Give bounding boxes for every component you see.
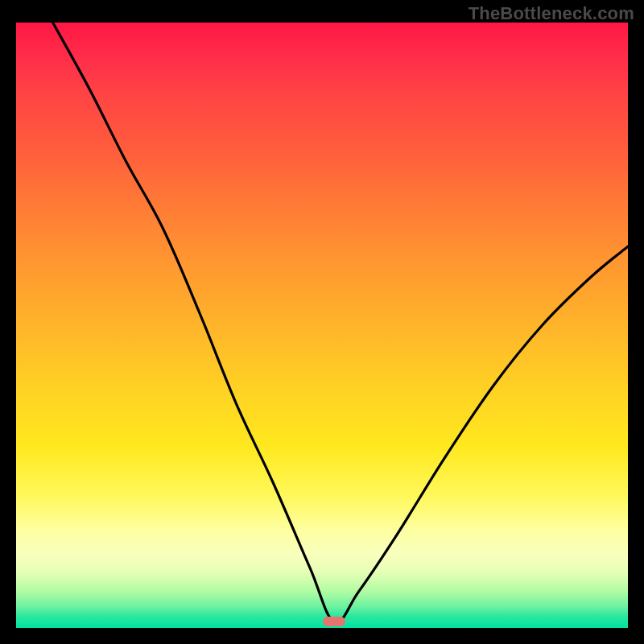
chart-frame: TheBottleneck.com: [0, 0, 644, 644]
plot-area: [16, 23, 628, 628]
bottleneck-curve: [16, 23, 628, 628]
curve-path: [53, 23, 628, 622]
watermark-text: TheBottleneck.com: [469, 3, 634, 24]
minimum-marker: [323, 617, 345, 626]
